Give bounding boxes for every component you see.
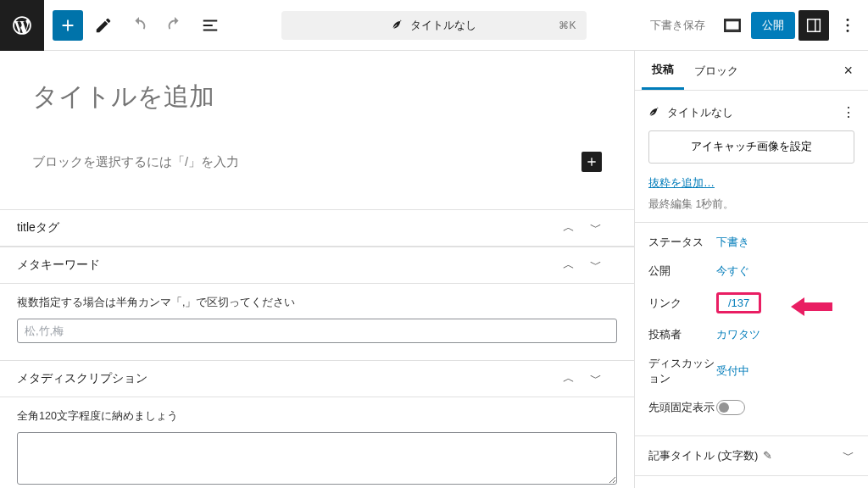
status-value[interactable]: 下書き [716, 235, 749, 250]
wordpress-logo[interactable] [0, 0, 44, 51]
panel-article-title[interactable]: 記事タイトル (文字数)✎ ﹀ [635, 436, 868, 476]
section-description[interactable]: メタディスクリプション ︿﹀ [0, 361, 634, 397]
expand-icon[interactable]: ﹀ [590, 371, 602, 386]
kbd-hint: ⌘K [559, 19, 576, 31]
wordpress-icon [11, 14, 33, 36]
document-overview-button[interactable] [195, 10, 225, 41]
panel-category[interactable]: カテゴリー ︿ [635, 476, 868, 488]
keywords-hint: 複数指定する場合は半角カンマ「,」で区切ってください [17, 296, 617, 310]
settings-sidebar: 投稿 ブロック × タイトルなし ⋮ アイキャッチ画像を設定 抜粋を追加… 最終… [634, 51, 868, 488]
section-titletag[interactable]: titleタグ ︿﹀ [0, 210, 634, 247]
settings-panel-toggle[interactable] [798, 10, 829, 41]
description-textarea[interactable] [17, 432, 617, 485]
link-label: リンク [648, 296, 716, 311]
sidebar-tabs: 投稿 ブロック × [635, 51, 868, 91]
expand-icon[interactable]: ﹀ [590, 258, 602, 273]
annotation-arrow [791, 297, 832, 316]
svg-point-1 [847, 24, 849, 26]
section-keywords[interactable]: メタキーワード ︿﹀ [0, 247, 634, 284]
editor-canvas: タイトルを追加 ブロックを選択するには「/」を入力 titleタグ ︿﹀ メタキ… [0, 51, 634, 488]
section-description-label: メタディスクリプション [17, 371, 147, 386]
visibility-label: 公開 [648, 263, 716, 279]
post-actions-menu[interactable]: ⋮ [842, 104, 854, 120]
description-hint: 全角120文字程度に納めましょう [17, 409, 617, 424]
section-keywords-label: メタキーワード [17, 258, 100, 273]
redo-button[interactable] [159, 10, 190, 41]
collapse-icon[interactable]: ︿ [563, 258, 575, 273]
close-sidebar-button[interactable]: × [835, 53, 861, 88]
default-block-prompt[interactable]: ブロックを選択するには「/」を入力 [32, 154, 239, 170]
collapse-icon[interactable]: ︿ [563, 220, 575, 236]
author-label: 投稿者 [648, 327, 716, 342]
discussion-value[interactable]: 受付中 [716, 363, 749, 379]
author-value[interactable]: カワタツ [716, 327, 760, 342]
publish-button[interactable]: 公開 [751, 12, 795, 39]
feather-icon [392, 19, 403, 31]
feather-icon [648, 107, 660, 119]
set-featured-image-button[interactable]: アイキャッチ画像を設定 [648, 130, 854, 164]
document-switcher[interactable]: タイトルなし ⌘K [281, 11, 587, 40]
status-label: ステータス [648, 235, 716, 250]
tab-block[interactable]: ブロック [684, 53, 748, 89]
append-block-button[interactable] [581, 152, 602, 172]
sidebar-doc-title: タイトルなし [667, 105, 733, 120]
keywords-input[interactable] [17, 319, 617, 343]
tab-post[interactable]: 投稿 [642, 51, 684, 90]
last-edited-text: 最終編集 1秒前。 [635, 197, 868, 222]
sticky-toggle[interactable] [716, 400, 745, 415]
add-excerpt-link[interactable]: 抜粋を追加… [635, 175, 728, 197]
panel-article-title-label: 記事タイトル (文字数) [648, 449, 758, 462]
post-title-input[interactable]: タイトルを追加 [32, 80, 602, 114]
document-title: タイトルなし [410, 18, 476, 33]
collapse-icon[interactable]: ︿ [563, 371, 575, 386]
permalink-value[interactable]: /137 [716, 292, 761, 313]
tools-button[interactable] [88, 10, 119, 41]
section-titletag-label: titleタグ [17, 220, 59, 236]
expand-icon[interactable]: ﹀ [590, 220, 602, 236]
discussion-label: ディスカッション [648, 356, 716, 386]
sticky-label: 先頭固定表示 [648, 400, 716, 415]
save-draft-button[interactable]: 下書き保存 [642, 13, 714, 38]
preview-button[interactable] [717, 10, 748, 41]
svg-point-2 [847, 29, 849, 31]
undo-button[interactable] [124, 10, 154, 41]
editor-topbar: タイトルなし ⌘K 下書き保存 公開 [0, 0, 868, 51]
add-block-button[interactable] [53, 10, 83, 41]
more-menu-button[interactable] [832, 10, 863, 41]
svg-point-0 [847, 19, 849, 21]
pencil-icon: ✎ [763, 449, 772, 462]
chevron-down-icon: ﹀ [843, 448, 854, 463]
visibility-value[interactable]: 今すぐ [716, 263, 749, 279]
